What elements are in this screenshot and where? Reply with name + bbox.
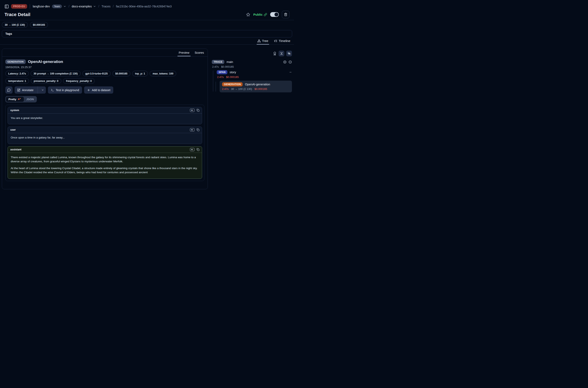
markdown-toggle-icon[interactable]: M↓ (190, 128, 195, 131)
public-label: Public (253, 13, 263, 16)
messages-container: system M↓ You are a great storyteller. u… (5, 105, 204, 181)
breadcrumb-separator: / (113, 4, 114, 8)
star-icon[interactable] (246, 13, 250, 17)
model-pill[interactable]: gpt-3.5-turbo-0125 (82, 71, 111, 76)
generation-tokens: 30 → 100 (Σ 130) (231, 87, 252, 91)
breadcrumb-separator: / (98, 4, 99, 8)
trace-metrics: 2.47s $0.000165 (212, 65, 292, 68)
main-content: Preview Scores GENERATION OpenAI-generat… (0, 48, 294, 189)
cost-pill: $0.000165 (113, 71, 130, 76)
award-icon[interactable] (273, 52, 277, 55)
comment-icon (7, 88, 11, 92)
tab-timeline[interactable]: Timeline (274, 39, 290, 43)
message-role: user (10, 128, 16, 131)
span-cost: $0.000165 (226, 75, 239, 79)
generation-badge: GENERATION (222, 82, 243, 86)
generation-cost: $0.000165 (254, 87, 267, 91)
sidebar-toggle-icon[interactable] (4, 4, 9, 9)
markdown-toggle-icon[interactable]: M↓ (190, 148, 195, 151)
tree-connector-line (213, 71, 213, 92)
panel-tabs: Preview Scores (2, 49, 208, 57)
tab-preview[interactable]: Preview (179, 49, 189, 56)
trace-latency: 2.47s (212, 65, 219, 68)
chevron-down-icon[interactable] (63, 5, 66, 8)
temperature-pill: temperature: 1 (5, 78, 29, 84)
button-divider (38, 86, 38, 94)
tree-node-span[interactable]: SPAN story (217, 70, 292, 74)
sparkles-icon: ✦✦ (18, 98, 21, 101)
message-assistant: assistant M↓ There existed a majestic pl… (8, 146, 202, 179)
annotate-label: Annotate (22, 88, 34, 92)
environment-badge[interactable]: PROD-EU (11, 4, 27, 9)
collapse-node-icon[interactable] (289, 71, 292, 74)
assistant-paragraph-2: At the heart of Lumina stood the towerin… (11, 166, 199, 175)
message-content: You are a great storyteller. (8, 114, 202, 124)
generation-name: OpenAI-generation (245, 83, 270, 86)
timeline-icon (274, 39, 277, 43)
tree-icon (257, 39, 261, 43)
tree-node-trace[interactable]: TRACE main (212, 60, 292, 64)
delete-trace-button[interactable] (282, 11, 290, 18)
format-json[interactable]: JSON (24, 97, 36, 102)
breadcrumb-project[interactable]: docs-examples (72, 5, 92, 8)
format-pretty-label: Pretty (8, 98, 16, 101)
tab-tree[interactable]: Tree (257, 39, 268, 43)
link-icon (264, 13, 267, 16)
add-to-dataset-button[interactable]: Add to dataset (84, 86, 113, 94)
breadcrumb-traces[interactable]: Traces (102, 5, 111, 8)
span-badge: SPAN (217, 70, 227, 74)
annotate-main[interactable]: Annotate (15, 86, 36, 94)
observation-type-badge: GENERATION (5, 59, 26, 64)
trash-icon (284, 13, 287, 16)
tokens-pill: 30 prompt → 100 completion (Σ 130) (31, 71, 81, 76)
tags-box[interactable]: Tags (2, 30, 292, 37)
terminal-icon (51, 88, 54, 92)
copy-icon[interactable] (197, 128, 200, 131)
tree-toolbar: % (212, 51, 292, 56)
token-usage-badge: 30 → 100 (Σ 130) (2, 22, 28, 27)
format-pretty[interactable]: Pretty ✦✦ (6, 97, 24, 102)
toggle-knob (274, 13, 278, 17)
format-toggle: Pretty ✦✦ JSON (5, 96, 37, 102)
tree-node-generation-selected[interactable]: GENERATION OpenAI-generation 2.47s 30 → … (220, 81, 292, 92)
observation-preview-card: Preview Scores GENERATION OpenAI-generat… (2, 48, 208, 189)
observation-title: OpenAI-generation (28, 59, 63, 64)
copy-icon[interactable] (197, 109, 200, 112)
latency-pill: Latency: 2.47s (5, 71, 29, 76)
trace-tree-panel: % TRACE main 2.47s $0.000165 SPAN story (212, 48, 292, 92)
public-link[interactable]: Public (253, 13, 267, 16)
observation-timestamp: 19/03/2024, 15:25:37 (5, 66, 204, 69)
markdown-toggle-icon[interactable]: M↓ (190, 109, 195, 112)
test-in-playground-button[interactable]: Test in playground (48, 86, 82, 94)
message-role: assistant (10, 148, 21, 151)
tree-children: SPAN story 2.47s $0.000165 GENERATION Op… (213, 70, 292, 92)
annotate-dropdown[interactable] (40, 86, 46, 94)
trace-name: main (226, 60, 233, 64)
metrics-toggle-button[interactable]: % (286, 51, 292, 56)
tab-tree-label: Tree (262, 39, 268, 43)
public-toggle[interactable] (270, 12, 279, 17)
breadcrumb-org[interactable]: langfuse-dev (33, 5, 50, 8)
observation-actions: Annotate Test in playground Add to datas… (5, 86, 204, 94)
trace-badge: TRACE (212, 60, 224, 64)
tab-timeline-label: Timeline (279, 39, 290, 43)
test-in-playground-label: Test in playground (56, 88, 79, 92)
trace-cost: $0.000165 (221, 65, 234, 68)
add-to-dataset-label: Add to dataset (92, 88, 110, 92)
span-latency: 2.47s (217, 75, 224, 79)
assistant-paragraph-1: There existed a majestic planet called L… (11, 155, 199, 164)
top-p-pill: top_p: 1 (132, 71, 148, 76)
generation-metrics: 2.47s 30 → 100 (Σ 130) $0.000165 (222, 87, 290, 91)
collapse-all-button[interactable] (279, 51, 284, 56)
annotate-button[interactable]: Annotate (15, 86, 46, 94)
zoom-out-icon[interactable] (289, 60, 292, 64)
chevron-down-icon[interactable] (93, 5, 96, 8)
tab-scores[interactable]: Scores (195, 49, 204, 56)
tree-connector-line (216, 82, 216, 92)
copy-icon[interactable] (197, 148, 200, 151)
message-system: system M↓ You are a great storyteller. (8, 107, 202, 124)
chevron-down-icon (41, 89, 44, 91)
comment-button[interactable] (5, 86, 13, 94)
zoom-in-icon[interactable] (283, 60, 287, 64)
span-metrics: 2.47s $0.000165 (217, 75, 292, 79)
